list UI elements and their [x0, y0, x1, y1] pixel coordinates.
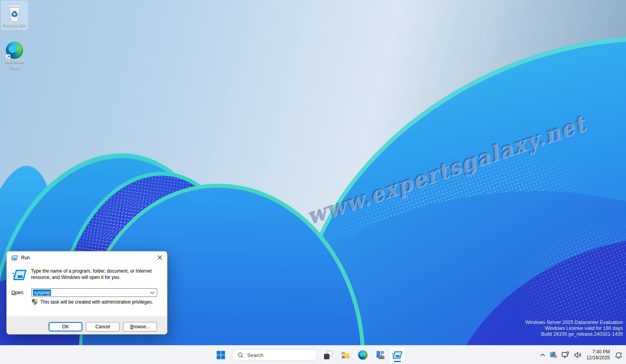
device-error-icon	[550, 352, 557, 358]
run-dialog-body: Type the name of a program, folder, docu…	[7, 264, 167, 317]
open-input-value[interactable]: sysprep	[33, 289, 51, 296]
windows-logo-icon	[217, 351, 225, 359]
tray-time: 7:40 PM	[586, 349, 610, 355]
desktop-icon-label: Microsoft Edge	[2, 59, 27, 70]
run-app-button[interactable]	[389, 347, 405, 363]
edge-icon	[358, 350, 368, 360]
file-explorer-icon	[341, 350, 350, 360]
cancel-button[interactable]: Cancel	[86, 322, 120, 331]
volume-button[interactable]	[572, 347, 584, 363]
taskbar: Search	[0, 345, 626, 364]
server-manager-icon	[375, 350, 385, 360]
tray-overflow-button[interactable]	[538, 347, 547, 363]
chevron-down-icon[interactable]	[150, 291, 155, 294]
network-icon	[562, 351, 570, 359]
recycle-bin-icon: ♻	[6, 2, 23, 22]
device-status-button[interactable]	[548, 347, 559, 363]
desktop-icon-recycle-bin[interactable]: ♻ Recycle Bin	[2, 1, 27, 29]
notifications-button[interactable]: z	[613, 347, 624, 363]
build-info-line: Build 26100.ge_release.240331-1435	[525, 331, 623, 337]
bell-do-not-disturb-icon: z	[615, 351, 622, 359]
task-view-icon	[324, 351, 333, 359]
run-icon	[392, 351, 403, 359]
server-manager-button[interactable]	[372, 347, 388, 363]
svg-text:z: z	[621, 351, 622, 354]
tray-date: 12/16/2025	[586, 355, 610, 361]
run-dialog-titlebar[interactable]: Run	[7, 251, 167, 264]
desktop-icon-microsoft-edge[interactable]: Microsoft Edge	[2, 40, 27, 71]
uac-shield-icon	[32, 299, 38, 305]
build-info-line: Windows License valid for 180 days	[525, 326, 623, 331]
search-input[interactable]: Search	[232, 349, 317, 361]
browse-button[interactable]: Browse...	[123, 322, 157, 331]
admin-privileges-row: This task will be created with administr…	[32, 299, 153, 305]
recycle-symbol: ♻	[11, 9, 18, 18]
build-info-line: Windows Server 2025 Datacenter Evaluatio…	[525, 320, 623, 326]
edge-button[interactable]	[355, 347, 371, 363]
chevron-up-icon	[540, 353, 545, 357]
desktop: www.expertsgalaxy.net ♻ Recycle Bin Micr…	[0, 0, 626, 364]
ok-button[interactable]: OK	[49, 322, 82, 331]
open-combobox[interactable]: sysprep	[31, 288, 157, 297]
close-icon[interactable]	[153, 251, 167, 264]
run-dialog-footer: OK Cancel Browse...	[7, 317, 167, 335]
file-explorer-button[interactable]	[338, 347, 353, 363]
run-dialog-window: Run Type the name of a program, folder, …	[6, 251, 167, 335]
admin-privileges-note: This task will be created with administr…	[40, 299, 153, 305]
run-dialog-description: Type the name of a program, folder, docu…	[31, 268, 153, 280]
shortcut-arrow-icon	[5, 54, 11, 59]
run-dialog-title: Run	[21, 255, 30, 260]
taskbar-center-group: Search	[213, 346, 405, 364]
search-icon	[238, 352, 244, 358]
desktop-icon-label: Recycle Bin	[2, 22, 27, 28]
system-tray: 7:40 PM 12/16/2025 z	[538, 346, 624, 364]
clock[interactable]: 7:40 PM 12/16/2025	[584, 349, 612, 361]
open-label: Open:	[11, 290, 24, 295]
active-app-indicator	[394, 361, 401, 362]
start-button[interactable]	[213, 347, 229, 363]
network-button[interactable]	[560, 347, 571, 363]
volume-icon	[574, 352, 582, 358]
system-build-info: Windows Server 2025 Datacenter Evaluatio…	[525, 320, 623, 337]
search-placeholder: Search	[247, 352, 263, 358]
task-view-button[interactable]	[320, 347, 336, 363]
run-icon	[11, 255, 18, 260]
run-icon-large	[12, 269, 27, 280]
